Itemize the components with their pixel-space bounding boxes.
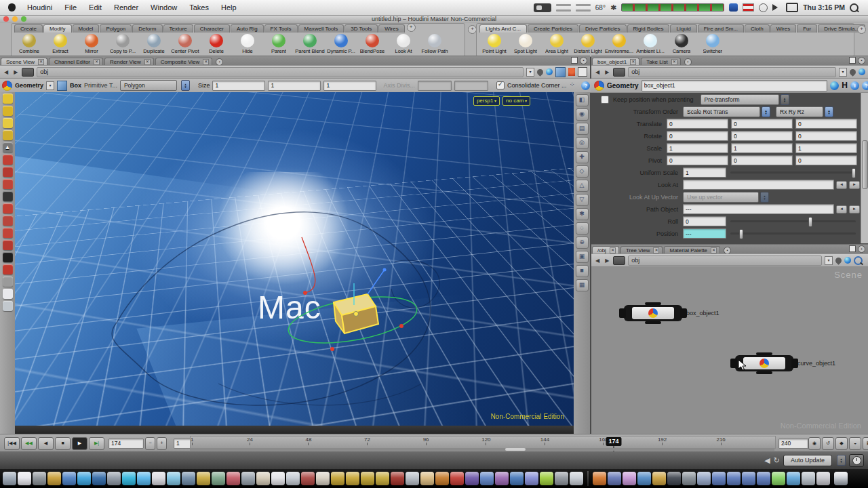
dock-app-icon[interactable] bbox=[137, 472, 151, 485]
shelf-tool[interactable]: Camera bbox=[667, 34, 696, 54]
menu-item[interactable]: File bbox=[58, 0, 83, 15]
dock-app-icon[interactable] bbox=[816, 472, 830, 485]
dock-app-icon[interactable] bbox=[555, 472, 568, 485]
frame-increment-button[interactable]: + bbox=[157, 437, 167, 450]
person-icon[interactable] bbox=[568, 68, 575, 76]
path-dropdown-icon[interactable] bbox=[526, 68, 534, 77]
viewport-tool-icon[interactable] bbox=[3, 301, 13, 311]
close-tab-icon[interactable] bbox=[94, 59, 100, 65]
size-z-field[interactable] bbox=[323, 81, 376, 91]
shelf-tool[interactable]: Delete bbox=[201, 34, 231, 54]
pane-menu-icon[interactable] bbox=[580, 57, 587, 64]
view-control-icon[interactable]: ▦ bbox=[576, 279, 589, 291]
shelf-tab[interactable]: Liquid bbox=[670, 24, 696, 33]
new-shelf-tab-button[interactable] bbox=[407, 23, 416, 32]
dock-app-icon[interactable] bbox=[802, 472, 815, 485]
viewport-tool-icon[interactable]: ▲ bbox=[3, 142, 13, 152]
shelf-tab[interactable]: Cloth bbox=[745, 24, 770, 33]
shelf-tab[interactable]: Wires bbox=[770, 24, 796, 33]
dock-app-icon[interactable] bbox=[18, 472, 31, 485]
dock-app-icon[interactable] bbox=[623, 472, 636, 485]
link-icon[interactable] bbox=[859, 68, 865, 75]
no-cam-badge[interactable]: no cam bbox=[502, 96, 530, 106]
dock-app-icon[interactable] bbox=[495, 472, 509, 485]
op-jump-icon[interactable]: ► bbox=[849, 205, 860, 214]
shelf-tab[interactable]: Model bbox=[73, 24, 100, 33]
playbar-option-icon[interactable]: ↺ bbox=[822, 437, 834, 450]
view-control-icon[interactable]: ▣ bbox=[576, 251, 589, 263]
shelf-tab[interactable]: Polygon bbox=[100, 24, 132, 33]
dock-app-icon[interactable] bbox=[346, 472, 359, 485]
view-control-icon[interactable]: ▤ bbox=[576, 123, 589, 135]
camera-menu-badge[interactable]: persp1 bbox=[473, 96, 500, 106]
translate-y-field[interactable] bbox=[731, 119, 793, 129]
dock-app-icon[interactable] bbox=[256, 472, 270, 485]
network-search-icon[interactable] bbox=[854, 256, 863, 265]
dock-app-icon[interactable] bbox=[727, 472, 741, 485]
menu-item[interactable]: Window bbox=[144, 0, 183, 15]
viewport-tool-icon[interactable] bbox=[3, 179, 13, 189]
position-slider[interactable] bbox=[730, 232, 856, 235]
shelf-tab[interactable]: Fur bbox=[797, 24, 817, 33]
shelf-tool[interactable]: Area Light bbox=[542, 34, 572, 54]
timeline-scrollbar[interactable] bbox=[190, 448, 774, 451]
pin-icon[interactable] bbox=[848, 68, 857, 77]
dock-app-icon[interactable] bbox=[3, 472, 16, 485]
view-control-icon[interactable]: ▽ bbox=[576, 194, 589, 206]
view-control-icon[interactable]: ◎ bbox=[576, 137, 589, 149]
update-mode-stepper-icon[interactable] bbox=[837, 455, 846, 466]
dock-app-icon[interactable] bbox=[92, 472, 106, 485]
playhead[interactable]: 174 bbox=[606, 437, 621, 446]
dock-app-icon[interactable] bbox=[742, 472, 755, 485]
dock-app-icon[interactable] bbox=[376, 472, 389, 485]
dock-app-icon[interactable] bbox=[593, 472, 606, 485]
shelf-tool[interactable]: Hide bbox=[233, 34, 262, 54]
undo-icon[interactable]: ◀ bbox=[764, 456, 770, 465]
dock-app-icon[interactable] bbox=[361, 472, 374, 485]
playbar-option-icon[interactable]: ◉ bbox=[808, 437, 821, 450]
maximize-pane-icon[interactable] bbox=[571, 57, 578, 64]
dock-app-icon[interactable] bbox=[226, 472, 240, 485]
network-type-icon[interactable] bbox=[22, 68, 34, 77]
shelf-tool[interactable]: Mirror bbox=[77, 34, 106, 54]
dock-app-icon[interactable] bbox=[107, 472, 121, 485]
dock-app-icon[interactable] bbox=[197, 472, 210, 485]
update-mode-dropdown[interactable]: Auto Update bbox=[783, 455, 832, 466]
range-end-field[interactable] bbox=[778, 439, 808, 449]
size-x-field[interactable] bbox=[212, 81, 265, 91]
viewport-tool-icon[interactable] bbox=[3, 240, 13, 250]
view-control-icon[interactable]: ✱ bbox=[576, 208, 589, 220]
viewport-tool-icon[interactable] bbox=[3, 94, 13, 104]
network-type-icon[interactable] bbox=[613, 256, 625, 265]
close-tab-icon[interactable] bbox=[144, 59, 151, 65]
dock-app-icon[interactable] bbox=[787, 472, 800, 485]
close-tab-icon[interactable] bbox=[711, 247, 717, 253]
dock-app-icon[interactable] bbox=[406, 472, 419, 485]
performance-monitor-button[interactable] bbox=[849, 454, 864, 467]
dock-app-icon[interactable] bbox=[77, 472, 91, 485]
link-icon[interactable] bbox=[844, 257, 851, 264]
shelf-overflow-right-button[interactable] bbox=[857, 25, 866, 34]
link-icon[interactable] bbox=[546, 68, 553, 75]
dock-app-icon[interactable] bbox=[697, 472, 711, 485]
viewport-tool-icon[interactable] bbox=[3, 203, 13, 214]
dock-app-icon[interactable] bbox=[47, 472, 61, 485]
dock-app-icon[interactable] bbox=[652, 472, 666, 485]
shelf-tool[interactable]: Center Pivot bbox=[170, 34, 200, 54]
viewport-tool-icon[interactable] bbox=[3, 155, 13, 165]
rot-order-dropdown[interactable]: Rx Ry Rz bbox=[776, 106, 823, 117]
shelf-tool[interactable]: Ambient Li... bbox=[635, 34, 665, 54]
shelf-tab[interactable]: Create bbox=[14, 24, 43, 33]
view-control-icon[interactable]: ⊕ bbox=[576, 237, 589, 249]
snap-options-icon[interactable]: ⁘ bbox=[569, 81, 578, 90]
menu-item[interactable]: Render bbox=[108, 0, 144, 15]
menu-item[interactable]: Help bbox=[215, 0, 243, 15]
translate-x-field[interactable] bbox=[667, 119, 728, 129]
view-control-icon[interactable]: ◌ bbox=[576, 222, 589, 235]
dock-app-icon[interactable] bbox=[570, 472, 583, 485]
scale-x-field[interactable] bbox=[667, 143, 728, 153]
shelf-tab[interactable]: Auto Rig bbox=[231, 24, 264, 33]
shelf-tool[interactable]: BlendPose bbox=[357, 34, 387, 54]
scene-viewport[interactable]: Mac persp1 no cam Non-Commercial Edition bbox=[15, 92, 574, 426]
op-jump-icon[interactable]: ► bbox=[849, 181, 860, 189]
